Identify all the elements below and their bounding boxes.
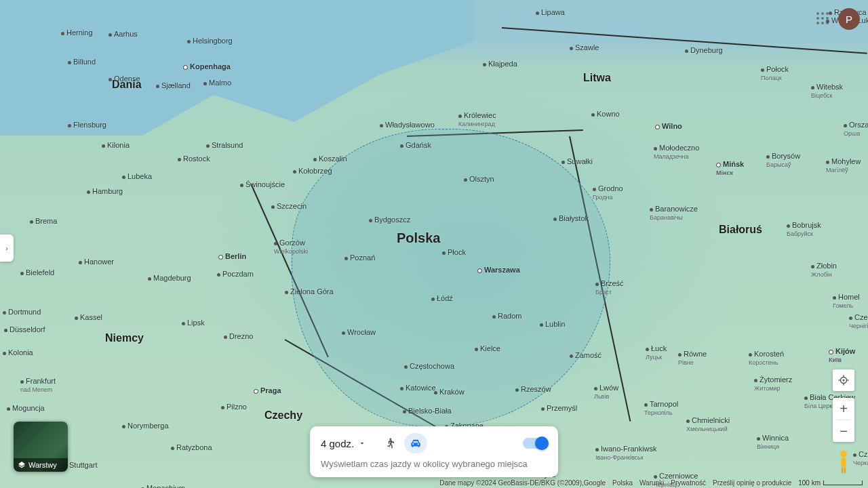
map-right-controls: + −	[833, 369, 854, 472]
city-name: Kielce	[480, 344, 500, 352]
chevron-right-icon: ›	[5, 244, 8, 252]
city-label: Szczecin	[271, 202, 307, 210]
city-label: Gdańsk	[400, 141, 431, 149]
attribution-feedback[interactable]: Prześlij opinię o produkcie	[713, 479, 791, 487]
city-label: Dyneburg	[685, 46, 723, 54]
travel-time-card: 4 godz. Wyświetlam czas jazdy w okolicy …	[310, 426, 558, 477]
city-name: Koszalin	[319, 155, 347, 163]
city-name: Kraków	[439, 388, 465, 396]
street-view-pegman[interactable]	[833, 449, 854, 472]
city-dot-icon	[804, 396, 808, 400]
city-label: Kassel	[75, 313, 102, 321]
travel-time-toggle[interactable]	[523, 438, 547, 449]
map-canvas[interactable]: DaniaLitwaPolskaNiemcyCzechyBiałoruśHern…	[0, 0, 868, 488]
city-name: Rostock	[183, 155, 210, 163]
google-apps-icon[interactable]	[816, 12, 830, 26]
city-label: Zamość	[570, 351, 601, 359]
city-dot-icon	[757, 437, 760, 441]
attribution-map-data[interactable]: Dane mapy ©2024 GeoBasis-DE/BKG (©2009),…	[439, 479, 606, 487]
city-dot-icon	[754, 379, 757, 382]
city-label: KijówКиїв	[829, 347, 855, 363]
city-dot-icon	[811, 265, 814, 268]
city-name: Płock	[448, 248, 466, 256]
city-label: Hamburg	[87, 187, 123, 195]
city-label: Poznań	[344, 253, 375, 262]
top-right-controls: P	[816, 8, 860, 30]
city-dot-icon	[595, 283, 599, 286]
city-name: Wilno	[662, 122, 682, 130]
duration-dropdown[interactable]: 4 godz.	[321, 438, 366, 449]
city-dot-icon	[678, 353, 682, 357]
city-dot-icon	[79, 261, 82, 264]
city-dot-icon	[221, 406, 224, 409]
city-name: Zamość	[575, 351, 601, 359]
city-label: Wrocław	[342, 328, 376, 336]
attribution-terms[interactable]: Warunki	[639, 479, 664, 487]
border-line	[569, 136, 631, 422]
city-label: ChmielnickiХмельницький	[686, 416, 730, 432]
city-label: CzernihówЧернігів	[849, 313, 868, 329]
city-name: Szawle	[575, 43, 599, 52]
attribution-privacy[interactable]: Prywatność	[671, 479, 706, 487]
city-label: TarnopolТернопіль	[644, 400, 678, 416]
city-name: Kassel	[80, 313, 102, 321]
city-dot-icon	[344, 257, 348, 260]
city-dot-icon	[87, 190, 90, 194]
city-name: Düsseldorf	[9, 325, 45, 333]
map-attribution: Dane mapy ©2024 GeoBasis-DE/BKG (©2009),…	[439, 479, 863, 487]
pegman-icon	[833, 449, 854, 474]
car-icon	[410, 437, 422, 449]
svg-rect-5	[844, 468, 846, 474]
city-name: Stuttgart	[69, 461, 98, 469]
city-label: Praga	[254, 386, 281, 394]
border-line	[250, 184, 329, 358]
city-dot-icon	[342, 331, 345, 335]
city-label: MohylewМагілёў	[826, 157, 861, 174]
my-location-button[interactable]	[833, 369, 854, 391]
city-name: Władysławowo	[385, 121, 435, 129]
svg-point-1	[843, 380, 845, 382]
city-label: Łódź	[431, 294, 453, 302]
account-avatar[interactable]: P	[838, 8, 860, 30]
city-dot-icon	[218, 255, 223, 260]
city-label: PołockПолацк	[761, 65, 789, 81]
city-dot-icon	[431, 298, 435, 301]
city-dot-icon	[849, 317, 852, 320]
city-dot-icon	[254, 389, 258, 394]
city-dot-icon	[4, 329, 7, 332]
city-name: WitebskВіцебск	[811, 83, 843, 99]
city-label: Szawle	[570, 43, 599, 52]
city-name: BobrujskБабруйск	[787, 221, 821, 237]
city-label: BaranowiczeБаранавічы	[650, 205, 698, 221]
city-name: Kolonia	[8, 348, 33, 357]
walking-icon	[384, 437, 396, 449]
city-dot-icon	[655, 125, 660, 129]
city-name: Szczecin	[277, 202, 307, 210]
city-label: Kolonia	[3, 348, 33, 357]
mode-drive-button[interactable]	[404, 433, 427, 453]
city-dot-icon	[313, 158, 317, 161]
city-dot-icon	[570, 47, 573, 50]
zoom-in-button[interactable]: +	[833, 398, 854, 420]
city-dot-icon	[553, 218, 557, 221]
city-label: Zielona Góra	[285, 287, 334, 296]
city-name: Olsztyn	[469, 175, 494, 183]
city-label: ŻytomierzЖитомир	[754, 375, 792, 392]
city-label: Bielefeld	[20, 268, 54, 277]
city-name: Gdańsk	[406, 141, 431, 149]
zoom-out-button[interactable]: −	[833, 420, 854, 442]
city-label: Lipsk	[182, 319, 205, 327]
attribution-country[interactable]: Polska	[612, 479, 633, 487]
city-dot-icon	[217, 273, 220, 277]
city-label: Bydgoszcz	[369, 216, 410, 224]
city-name: MołodecznoМаладзечна	[654, 144, 699, 160]
expand-side-panel-button[interactable]: ›	[0, 235, 14, 262]
city-dot-icon	[434, 391, 437, 394]
mode-walk-button[interactable]	[378, 433, 401, 453]
city-dot-icon	[654, 475, 657, 479]
city-label: Kraków	[434, 388, 465, 396]
layers-button[interactable]: Warstwy	[14, 422, 68, 472]
country-label: Czechy	[264, 409, 302, 422]
city-label: WinnicaВінниця	[757, 434, 789, 450]
city-label: Kowno	[591, 110, 620, 118]
